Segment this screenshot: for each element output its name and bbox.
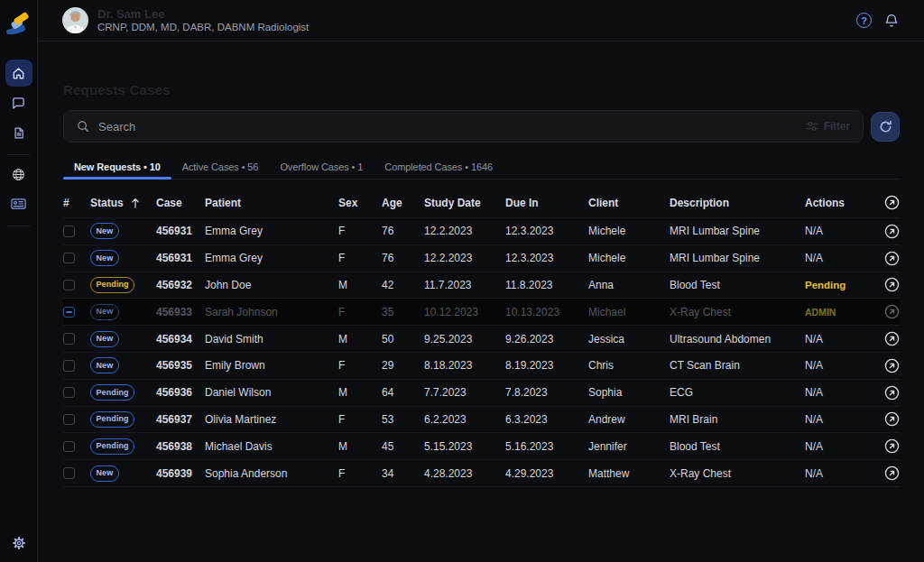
checkbox-cell[interactable] [63, 226, 90, 237]
table-row[interactable]: Pending456936Daniel WilsonM647.7.20237.8… [63, 379, 900, 406]
due-in-cell: 8.19.2023 [505, 359, 588, 372]
sidebar-item-globe[interactable] [5, 161, 32, 188]
actions-cell: N/A [805, 467, 884, 480]
checkbox-cell[interactable] [63, 307, 90, 318]
table-row[interactable]: New456934David SmithM509.25.20239.26.202… [63, 325, 900, 352]
description-cell: Blood Test [670, 279, 805, 291]
header-open-all[interactable] [884, 195, 900, 210]
sidebar-item-chat[interactable] [5, 89, 32, 116]
table-row[interactable]: New456931Emma GreyF7612.2.202312.3.2023M… [63, 217, 900, 244]
open-case-icon[interactable] [884, 358, 900, 373]
globe-icon [12, 168, 25, 181]
row-checkbox[interactable] [63, 280, 75, 291]
tab-1[interactable]: Active Cases • 56 [171, 161, 270, 179]
actions-cell: N/A [805, 386, 884, 399]
row-open-cell[interactable] [884, 331, 900, 346]
patient-cell: Sarah Johnson [205, 306, 338, 318]
row-open-cell[interactable] [884, 224, 900, 239]
sidebar [0, 0, 38, 562]
column-header-study-date[interactable]: Study Date [424, 197, 505, 209]
search-row: Filter [63, 110, 900, 143]
tab-0[interactable]: New Requests • 10 [63, 161, 171, 179]
tab-2[interactable]: Overflow Cases • 1 [269, 161, 374, 179]
open-case-icon[interactable] [884, 438, 900, 454]
column-header-age[interactable]: Age [382, 197, 424, 209]
row-checkbox[interactable] [63, 414, 75, 426]
row-checkbox[interactable] [63, 387, 75, 399]
row-open-cell[interactable] [884, 411, 900, 427]
row-checkbox[interactable] [63, 226, 75, 237]
row-open-cell[interactable] [884, 438, 900, 454]
status-cell: New [90, 223, 156, 239]
checkbox-cell[interactable] [63, 280, 90, 291]
checkbox-cell[interactable] [63, 387, 90, 399]
column-header-actions[interactable]: Actions [805, 197, 884, 209]
patient-cell: Michael Davis [205, 440, 338, 453]
refresh-button[interactable] [871, 112, 900, 142]
column-header-case[interactable]: Case [156, 197, 205, 209]
open-case-icon[interactable] [884, 465, 900, 481]
open-case-icon[interactable] [884, 195, 900, 210]
row-checkbox[interactable] [63, 360, 75, 372]
checkbox-cell[interactable] [63, 253, 90, 264]
bell-icon[interactable] [884, 13, 899, 29]
open-case-icon[interactable] [884, 385, 900, 401]
column-header-patient[interactable]: Patient [205, 197, 338, 209]
checkbox-cell[interactable] [63, 414, 90, 426]
row-open-cell[interactable] [884, 385, 900, 401]
row-checkbox[interactable] [63, 307, 75, 318]
due-in-cell: 4.29.2023 [505, 467, 588, 480]
filter-button[interactable]: Filter [806, 120, 850, 133]
checkbox-cell[interactable] [63, 360, 90, 372]
column-header-status[interactable]: Status [90, 197, 156, 209]
row-checkbox[interactable] [63, 333, 75, 345]
study-date-cell: 5.15.2023 [424, 440, 505, 453]
checkbox-cell[interactable] [63, 441, 90, 453]
open-case-icon[interactable] [884, 411, 900, 427]
sidebar-item-document[interactable] [5, 119, 32, 146]
column-header-sex[interactable]: Sex [338, 197, 382, 209]
row-open-cell[interactable] [884, 358, 900, 373]
sort-asc-icon[interactable] [131, 198, 140, 208]
sidebar-item-home[interactable] [5, 60, 32, 87]
sidebar-item-settings[interactable] [12, 536, 26, 550]
column-header-description[interactable]: Description [670, 197, 805, 209]
row-checkbox[interactable] [63, 253, 75, 264]
table-row[interactable]: Pending456938Michael DavisM455.15.20235.… [63, 432, 900, 459]
search-input[interactable] [98, 120, 797, 134]
table-row[interactable]: New456931Emma GreyF7612.2.202312.3.2023M… [63, 244, 900, 272]
checkbox-cell[interactable] [63, 333, 90, 345]
open-case-icon[interactable] [884, 331, 900, 346]
user-info[interactable]: Dr. Sam Lee CRNP, DDM, MD, DABR, DABNM R… [62, 7, 309, 33]
row-open-cell[interactable] [884, 304, 900, 319]
checkbox-cell[interactable] [63, 467, 90, 479]
row-checkbox[interactable] [63, 441, 75, 453]
column-header-client[interactable]: Client [588, 197, 670, 209]
table-row[interactable]: Pending456937Olivia MartinezF536.2.20236… [63, 406, 900, 433]
open-case-icon[interactable] [884, 277, 900, 292]
row-open-cell[interactable] [884, 465, 900, 481]
row-open-cell[interactable] [884, 277, 900, 292]
status-badge: Pending [90, 384, 134, 401]
table-row[interactable]: New456939Sophia AndersonF344.28.20234.29… [63, 459, 900, 486]
status-badge: New [90, 331, 119, 347]
table-row[interactable]: New456935Emily BrownF298.18.20238.19.202… [63, 352, 900, 379]
row-checkbox[interactable] [63, 467, 75, 479]
column-header-due-in[interactable]: Due In [505, 197, 588, 209]
help-icon[interactable]: ? [856, 13, 872, 28]
open-case-icon[interactable] [884, 251, 900, 266]
row-open-cell[interactable] [884, 251, 900, 266]
open-case-icon[interactable] [884, 224, 900, 239]
search-bar[interactable]: Filter [63, 110, 864, 143]
table-row[interactable]: Pending456932John DoeM4211.7.202311.8.20… [63, 272, 900, 299]
app-logo[interactable] [0, 0, 37, 41]
status-badge: New [90, 304, 119, 320]
sidebar-item-id-card[interactable] [5, 190, 32, 217]
column-header--[interactable]: # [63, 197, 90, 209]
tab-3[interactable]: Completed Cases • 1646 [374, 161, 504, 179]
case-cell: 456932 [156, 279, 205, 291]
actions-cell: ADMIN [805, 307, 884, 318]
open-case-icon[interactable] [884, 304, 900, 319]
table-row[interactable]: New456933Sarah JohnsonF3510.12.202310.13… [63, 298, 900, 325]
patient-cell: Sophia Anderson [205, 467, 338, 480]
